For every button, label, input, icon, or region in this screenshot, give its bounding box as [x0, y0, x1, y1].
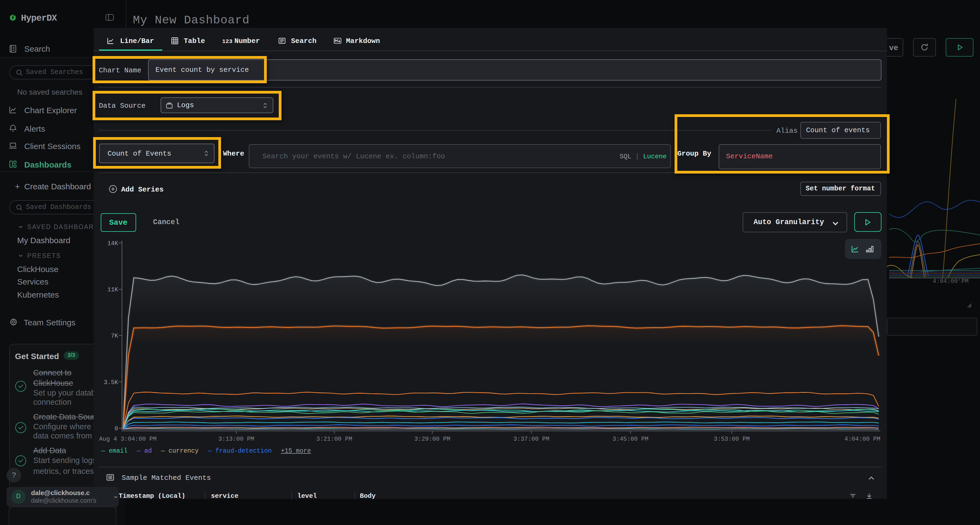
svg-text:0: 0: [115, 426, 118, 433]
svg-text:14K: 14K: [107, 241, 118, 247]
svg-text:3:21:00 PM: 3:21:00 PM: [316, 436, 352, 443]
svg-text:3:53:00 PM: 3:53:00 PM: [714, 436, 750, 443]
svg-text:3:45:00 PM: 3:45:00 PM: [612, 436, 648, 443]
svg-text:7K: 7K: [111, 333, 118, 340]
svg-text:3:37:00 PM: 3:37:00 PM: [514, 436, 549, 443]
svg-text:3:13:00 PM: 3:13:00 PM: [218, 436, 254, 443]
svg-text:Aug 4 3:04:00 PM: Aug 4 3:04:00 PM: [99, 436, 156, 443]
svg-text:3.5K: 3.5K: [104, 379, 118, 386]
svg-text:3:29:00 PM: 3:29:00 PM: [414, 436, 450, 443]
svg-text:11K: 11K: [107, 287, 118, 293]
svg-text:4:04:00 PM: 4:04:00 PM: [845, 436, 880, 443]
